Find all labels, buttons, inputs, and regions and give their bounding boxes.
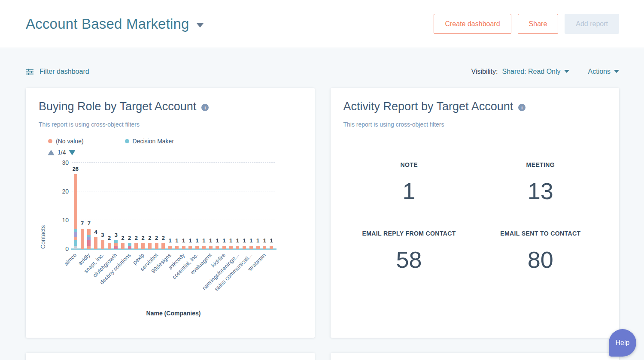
visibility-label: Visibility:	[471, 68, 498, 76]
actions-dropdown[interactable]: Actions	[588, 68, 619, 76]
bar[interactable]	[182, 246, 185, 249]
bar[interactable]	[168, 246, 172, 249]
bar[interactable]	[128, 243, 131, 249]
bar[interactable]	[101, 240, 104, 249]
bar-segment	[87, 237, 91, 240]
dashboard-grid: Buying Role by Target Account This repor…	[26, 88, 619, 360]
header-actions: Create dashboard Share Add report	[427, 14, 619, 34]
bar-segment	[256, 246, 260, 249]
bar[interactable]	[134, 243, 138, 249]
help-button-label: Help	[616, 339, 630, 347]
metric: EMAIL SENT TO CONTACT80	[475, 230, 606, 273]
bar[interactable]	[249, 246, 253, 249]
bar[interactable]	[188, 246, 192, 249]
metric-value: 1	[343, 178, 475, 204]
gridline	[72, 162, 275, 163]
top-header: Account Based Marketing Create dashboard…	[0, 0, 644, 48]
bar-segment	[74, 229, 77, 232]
filter-dashboard-link[interactable]: Filter dashboard	[26, 68, 89, 76]
bar-segment	[74, 240, 77, 246]
bar[interactable]	[108, 243, 111, 249]
bar[interactable]	[202, 246, 206, 249]
help-button[interactable]: Help	[609, 329, 636, 357]
dashboard-title-dropdown[interactable]: Account Based Marketing	[26, 16, 204, 32]
bar[interactable]	[263, 246, 266, 249]
bar[interactable]	[175, 246, 179, 249]
bar-segment	[101, 240, 104, 249]
metric: EMAIL REPLY FROM CONTACT58	[343, 230, 475, 273]
bar[interactable]	[141, 243, 145, 249]
bar[interactable]	[94, 237, 97, 249]
bar-segment	[94, 237, 97, 249]
bar-segment	[74, 246, 77, 249]
bar-segment	[74, 232, 77, 237]
add-report-button: Add report	[565, 14, 619, 34]
report-title: Activity Report by Target Account	[343, 100, 513, 113]
bar[interactable]	[155, 243, 158, 249]
filter-sliders-icon	[26, 68, 34, 76]
legend-dot	[125, 139, 129, 143]
cross-object-filter-note: This report is using cross-object filter…	[39, 121, 302, 128]
bar[interactable]	[256, 246, 260, 249]
metric-value: 80	[475, 246, 606, 273]
bar-segment	[74, 237, 77, 240]
bar[interactable]	[148, 243, 152, 249]
y-tick-label: 30	[53, 159, 69, 166]
legend-item-no-value[interactable]: (No value)	[48, 138, 84, 145]
bar[interactable]	[243, 246, 246, 249]
bar-segment	[270, 246, 273, 249]
bar-segment	[121, 243, 125, 249]
create-dashboard-button[interactable]: Create dashboard	[434, 14, 511, 34]
chevron-down-icon	[614, 70, 619, 73]
bar-value-label: 26	[68, 166, 83, 172]
bar[interactable]	[74, 174, 77, 249]
bar[interactable]	[209, 246, 213, 249]
report-card-activity: Activity Report by Target Account This r…	[331, 88, 620, 338]
bar[interactable]	[222, 246, 226, 249]
bar-segment	[249, 246, 253, 249]
bar-segment	[175, 246, 179, 249]
bar-segment	[128, 243, 131, 246]
bar-segment	[134, 243, 138, 249]
metric: NOTE1	[343, 161, 475, 204]
bar-segment	[243, 246, 246, 249]
info-icon[interactable]	[518, 104, 526, 111]
bar[interactable]	[121, 243, 125, 249]
cross-object-filter-note: This report is using cross-object filter…	[343, 121, 607, 128]
share-button[interactable]: Share	[518, 14, 559, 34]
bar[interactable]	[114, 240, 118, 249]
bar[interactable]	[195, 246, 199, 249]
bar-segment	[114, 243, 118, 246]
bar-segment	[141, 243, 145, 249]
info-icon[interactable]	[201, 104, 209, 111]
visibility-dropdown[interactable]: Shared: Read Only	[502, 68, 569, 76]
bar[interactable]	[216, 246, 219, 249]
legend-page-down-icon[interactable]	[69, 150, 76, 155]
metric-label: EMAIL REPLY FROM CONTACT	[343, 230, 475, 237]
bar-segment	[161, 243, 165, 249]
bar[interactable]	[236, 246, 239, 249]
bar-segment	[87, 240, 91, 246]
bar-segment	[148, 243, 152, 249]
legend-item-decision-maker[interactable]: Decision Maker	[125, 138, 174, 145]
gridline	[72, 191, 275, 191]
bar[interactable]	[161, 243, 165, 249]
bar-segment	[114, 246, 118, 249]
report-card-partial	[331, 353, 620, 360]
y-axis-title: Contacts	[39, 163, 46, 249]
bar[interactable]	[270, 246, 273, 249]
bar-segment	[263, 246, 266, 249]
bar-segment	[81, 229, 84, 249]
filter-dashboard-label: Filter dashboard	[39, 68, 89, 76]
x-axis-labels: aimcoavidlysnapt, inc.clutchgrowthdestin…	[72, 249, 275, 310]
x-axis-title: Name (Companies)	[72, 310, 275, 317]
metric-value: 58	[343, 246, 475, 273]
chevron-down-icon	[196, 23, 204, 27]
legend-page-up-icon[interactable]	[48, 150, 55, 155]
chevron-down-icon	[564, 70, 569, 73]
metric-label: MEETING	[475, 161, 606, 168]
bar[interactable]	[229, 246, 233, 249]
dashboard-toolbar: Filter dashboard Visibility: Shared: Rea…	[0, 68, 644, 76]
legend-dot	[48, 139, 52, 143]
bar[interactable]	[81, 229, 84, 249]
